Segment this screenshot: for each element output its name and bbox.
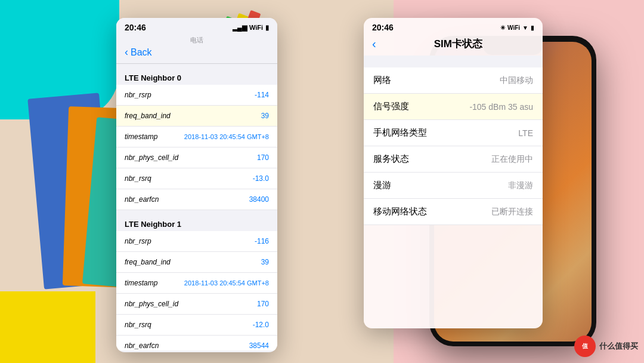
battery-icon-right: ▮ [531,24,534,31]
wifi-icon-right: WiFi [507,24,520,31]
row-key: timestamp [125,279,157,287]
section-header: LTE Neighbor 1 [116,210,277,231]
row-key: nbr_phys_cell_id [125,153,178,162]
left-time: 20:46 [125,23,146,32]
table-row: nbr_earfcn38544 [116,336,277,350]
sim-info-row: 漫游非漫游 [364,173,543,199]
row-value: 39 [261,258,269,266]
sim-row-value: 正在使用中 [491,154,533,165]
row-value: 170 [257,153,269,162]
row-key: nbr_rsrp [125,237,151,245]
wifi-icon: WiFi [249,24,263,31]
bluetooth-icon: ✳ [500,24,505,31]
table-row: nbr_rsrq-13.0 [116,168,277,189]
row-key: nbr_phys_cell_id [125,300,178,308]
sim-back-button[interactable]: ‹ [372,37,376,51]
row-value: 39 [261,112,269,120]
row-value: 38400 [249,195,269,204]
signal-icon-right: ▼ [522,24,528,31]
right-status-icons: ✳ WiFi ▼ ▮ [500,24,534,31]
back-button[interactable]: ‹ Back [125,46,269,59]
phone-left-screenshot: 20:46 ▂▄▆ WiFi ▮ 电话 ‹ Back LTE Neighbor … [116,18,277,352]
table-row: nbr_rsrp-116 [116,231,277,252]
row-value: -13.0 [253,174,269,183]
row-key: freq_band_ind [125,258,171,266]
row-key: nbr_rsrq [125,321,151,329]
table-row: timestamp2018-11-03 20:45:54 GMT+8 [116,273,277,294]
row-value: -116 [255,237,269,245]
sim-nav: ‹ SIM卡状态 [364,35,543,56]
table-row: nbr_rsrp-114 [116,85,277,106]
row-key: timestamp [125,133,157,141]
left-nav: 电话 ‹ Back [116,35,277,64]
table-row: nbr_phys_cell_id170 [116,147,277,168]
sim-info-row: 服务状态正在使用中 [364,146,543,173]
sim-row-value: 已断开连接 [491,207,533,217]
back-chevron-icon: ‹ [125,46,128,59]
signal-icon: ▂▄▆ [233,24,247,32]
right-time: 20:46 [372,23,394,32]
sim-info-row: 移动网络状态已断开连接 [364,199,543,225]
row-value: -12.0 [253,321,269,329]
row-value: 38544 [249,342,269,350]
row-key: nbr_earfcn [125,342,159,350]
sim-row-value: LTE [518,128,533,138]
sim-row-key: 服务状态 [373,153,409,165]
table-row: freq_band_ind39 [116,106,277,127]
sim-info-row: 网络中国移动 [364,67,543,94]
watermark-label: 什么值得买 [599,341,638,352]
left-carrier-label: 电话 [125,36,269,45]
left-status-icons: ▂▄▆ WiFi ▮ [233,24,269,32]
watermark-circle-text: 值 [582,342,588,350]
watermark: 值 什么值得买 [574,336,638,357]
row-key: freq_band_ind [125,112,171,120]
sim-row-key: 网络 [373,75,391,86]
sim-row-value: 非漫游 [508,180,533,191]
table-row: nbr_phys_cell_id170 [116,294,277,315]
row-value: 2018-11-03 20:45:54 GMT+8 [184,279,269,287]
section-header: LTE Neighbor 0 [116,64,277,85]
row-key: nbr_earfcn [125,195,159,204]
table-row: timestamp2018-11-03 20:45:54 GMT+8 [116,127,277,147]
row-value: 2018-11-03 20:45:54 GMT+8 [184,133,269,140]
sim-info-row: 手机网络类型LTE [364,120,543,146]
sim-title: SIM卡状态 [382,37,534,51]
left-content: LTE Neighbor 0nbr_rsrp-114freq_band_ind3… [116,64,277,350]
sim-row-key: 手机网络类型 [373,127,427,139]
right-status-bar: 20:46 ✳ WiFi ▼ ▮ [364,18,543,35]
table-row: nbr_rsrq-12.0 [116,315,277,336]
sim-row-key: 移动网络状态 [373,206,427,217]
sim-separator [364,56,543,67]
row-value: -114 [255,91,269,99]
row-key: nbr_rsrp [125,91,151,99]
sim-info-row: 信号强度-105 dBm 35 asu [364,94,543,120]
table-row: freq_band_ind39 [116,252,277,273]
sim-row-key: 信号强度 [373,101,409,112]
phone-right-screenshot: 20:46 ✳ WiFi ▼ ▮ ‹ SIM卡状态 网络中国移动信号强度-105… [364,18,543,328]
row-key: nbr_rsrq [125,174,151,183]
sim-rows: 网络中国移动信号强度-105 dBm 35 asu手机网络类型LTE服务状态正在… [364,67,543,225]
sim-row-key: 漫游 [373,180,391,191]
sim-row-value: -105 dBm 35 asu [469,102,533,112]
sim-row-value: 中国移动 [500,75,533,86]
back-label: Back [131,47,152,58]
table-row: nbr_earfcn38400 [116,189,277,210]
battery-icon: ▮ [265,24,269,32]
bg-yellow-block [0,291,95,363]
row-value: 170 [257,300,269,308]
left-status-bar: 20:46 ▂▄▆ WiFi ▮ [116,18,277,35]
watermark-circle: 值 [574,336,596,357]
